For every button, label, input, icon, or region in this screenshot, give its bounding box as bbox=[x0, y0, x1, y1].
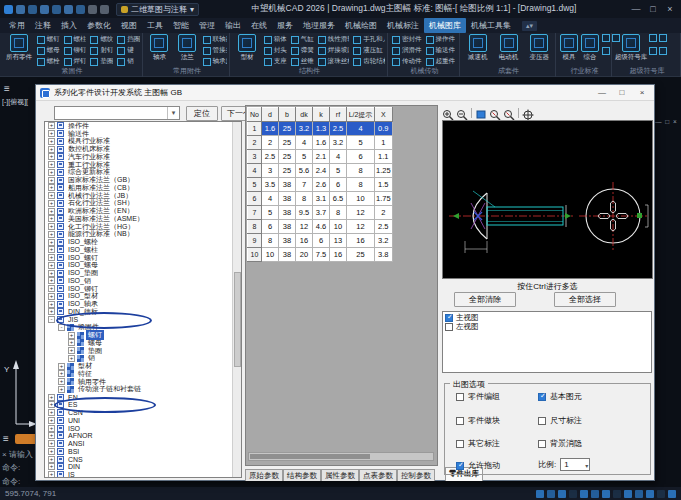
row-header-cell[interactable]: 3 bbox=[248, 150, 262, 164]
table-cell[interactable]: 3 bbox=[262, 164, 279, 178]
minimize-button[interactable]: — bbox=[629, 4, 643, 14]
table-cell[interactable]: 0.9 bbox=[375, 122, 393, 136]
menu-tab-视图[interactable]: 视图 bbox=[116, 18, 142, 33]
option-尺寸标注[interactable]: 尺寸标注 bbox=[538, 415, 582, 426]
tree-item-BSI[interactable]: +BSI bbox=[45, 448, 241, 456]
status-toggle[interactable] bbox=[668, 490, 676, 498]
prompt-close-icon[interactable]: × bbox=[2, 450, 7, 459]
maximize-button[interactable]: □ bbox=[646, 4, 660, 14]
expand-icon[interactable]: + bbox=[48, 301, 55, 308]
tool-icon[interactable] bbox=[649, 47, 657, 55]
expand-icon[interactable]: + bbox=[48, 277, 55, 284]
menu-tab-插入[interactable]: 插入 bbox=[56, 18, 82, 33]
table-cell[interactable]: 12 bbox=[347, 220, 375, 234]
ribbon-button-变压器[interactable]: 变压器 bbox=[525, 34, 553, 62]
option-背景消隐[interactable]: 背景消隐 bbox=[538, 438, 582, 449]
ribbon-button-所有零件[interactable]: 所有零件 bbox=[4, 34, 34, 62]
close-button[interactable]: × bbox=[663, 4, 677, 14]
expand-icon[interactable]: + bbox=[48, 285, 55, 292]
table-cell[interactable]: 9.5 bbox=[296, 206, 313, 220]
table-cell[interactable]: 25 bbox=[279, 122, 296, 136]
table-cell[interactable]: 7.5 bbox=[313, 248, 330, 262]
checkbox-checked-icon[interactable] bbox=[445, 314, 453, 322]
table-cell[interactable]: 1.75 bbox=[375, 192, 393, 206]
menu-tab-常用[interactable]: 常用 bbox=[4, 18, 30, 33]
ribbon-button-型材[interactable]: 型材 bbox=[234, 34, 261, 62]
table-row[interactable]: 8638124.610122.5 bbox=[248, 220, 393, 234]
table-cell[interactable]: 3.8 bbox=[375, 248, 393, 262]
ribbon-button-操作件[interactable]: 操作件 bbox=[426, 34, 456, 45]
table-row[interactable]: 43255.62.4581.25 bbox=[248, 164, 393, 178]
table-cell[interactable]: 1 bbox=[375, 136, 393, 150]
menu-tab-地理服务[interactable]: 地理服务 bbox=[298, 18, 340, 33]
table-cell[interactable]: 6 bbox=[347, 150, 375, 164]
table-cell[interactable]: 10 bbox=[262, 248, 279, 262]
tree-item-ES[interactable]: +ES bbox=[45, 401, 241, 409]
expand-icon[interactable]: + bbox=[48, 200, 55, 207]
tree-item-ANSI[interactable]: +ANSI bbox=[45, 440, 241, 448]
collapse-icon[interactable]: - bbox=[48, 316, 55, 323]
ribbon-button-射钉[interactable]: 射钉 bbox=[90, 45, 113, 56]
ribbon-button-超级符号库[interactable]: 超级符号库 bbox=[616, 34, 646, 62]
tool-icon[interactable] bbox=[659, 34, 667, 42]
print-icon[interactable] bbox=[64, 5, 73, 14]
column-header-L/2提示[interactable]: L/2提示 bbox=[347, 108, 375, 122]
tree-item-AFNOR[interactable]: +AFNOR bbox=[45, 432, 241, 440]
menu-tab-机械绘图[interactable]: 机械绘图 bbox=[340, 18, 382, 33]
option-零件编组[interactable]: 零件编组 bbox=[456, 391, 500, 402]
dialog-maximize-button[interactable]: □ bbox=[614, 88, 630, 97]
expand-icon[interactable]: + bbox=[68, 355, 75, 362]
ribbon-collapse-icon[interactable]: ▴▾ bbox=[522, 21, 537, 31]
table-cell[interactable]: 38 bbox=[279, 220, 296, 234]
expand-icon[interactable]: + bbox=[58, 378, 65, 385]
expand-icon[interactable]: + bbox=[48, 409, 55, 416]
checkbox-checked-icon[interactable] bbox=[456, 462, 464, 470]
expand-icon[interactable]: + bbox=[48, 440, 55, 447]
option-其它标注[interactable]: 其它标注 bbox=[456, 438, 500, 449]
column-header-b[interactable]: b bbox=[279, 108, 296, 122]
table-cell[interactable]: 6.5 bbox=[330, 192, 347, 206]
collapse-icon[interactable]: - bbox=[58, 324, 65, 331]
row-header-cell[interactable]: 8 bbox=[248, 220, 262, 234]
table-cell[interactable]: 5 bbox=[330, 164, 347, 178]
ribbon-button-弹簧[interactable]: 弹簧 bbox=[291, 45, 314, 56]
tree-item-DIN[interactable]: +DIN bbox=[45, 463, 241, 471]
tool-icon[interactable] bbox=[602, 47, 610, 55]
zoom-scale-icon[interactable] bbox=[503, 107, 515, 119]
expand-icon[interactable]: + bbox=[48, 153, 55, 160]
tab-结构参数[interactable]: 结构参数 bbox=[283, 469, 321, 481]
table-cell[interactable]: 25 bbox=[279, 136, 296, 150]
checkbox-icon[interactable] bbox=[456, 393, 464, 401]
viewport-label[interactable]: [-][俯视][ bbox=[2, 97, 35, 107]
table-cell[interactable]: 4 bbox=[296, 136, 313, 150]
expand-icon[interactable]: + bbox=[48, 239, 55, 246]
new-file-icon[interactable] bbox=[16, 5, 25, 14]
table-cell[interactable]: 1.6 bbox=[262, 122, 279, 136]
expand-icon[interactable]: + bbox=[48, 184, 55, 191]
tab-点表参数[interactable]: 点表参数 bbox=[359, 469, 397, 481]
tool-icon[interactable] bbox=[649, 34, 657, 42]
table-cell[interactable]: 2 bbox=[375, 206, 393, 220]
column-header-dk[interactable]: dk bbox=[296, 108, 313, 122]
table-cell[interactable]: 3.5 bbox=[262, 178, 279, 192]
expand-icon[interactable]: + bbox=[48, 463, 55, 470]
table-cell[interactable]: 6 bbox=[313, 234, 330, 248]
table-cell[interactable]: 8 bbox=[347, 178, 375, 192]
table-cell[interactable]: 4 bbox=[262, 192, 279, 206]
dialog-title-bar[interactable]: 系列化零件设计开发系统 主图幅 GB — □ × bbox=[36, 85, 654, 101]
expand-icon[interactable]: + bbox=[48, 448, 55, 455]
table-cell[interactable]: 2.5 bbox=[375, 220, 393, 234]
zoom-window-icon[interactable] bbox=[475, 107, 487, 119]
part-preview-canvas[interactable] bbox=[442, 120, 653, 279]
row-header-cell[interactable]: 7 bbox=[248, 206, 262, 220]
tab-属性参数[interactable]: 属性参数 bbox=[321, 469, 359, 481]
expand-icon[interactable]: + bbox=[48, 130, 55, 137]
dialog-minimize-button[interactable]: — bbox=[594, 88, 610, 97]
tree-item-特征[interactable]: +特征 bbox=[45, 370, 241, 378]
ribbon-button-螺母[interactable]: 螺母 bbox=[37, 45, 60, 56]
table-row[interactable]: 101038207.516253.8 bbox=[248, 248, 393, 262]
table-cell[interactable]: 3.2 bbox=[330, 136, 347, 150]
ribbon-button-箱体[interactable]: 箱体 bbox=[264, 34, 287, 45]
expand-icon[interactable]: + bbox=[48, 208, 55, 215]
tree-item-DIN_德标[interactable]: +DIN_德标 bbox=[45, 308, 241, 316]
